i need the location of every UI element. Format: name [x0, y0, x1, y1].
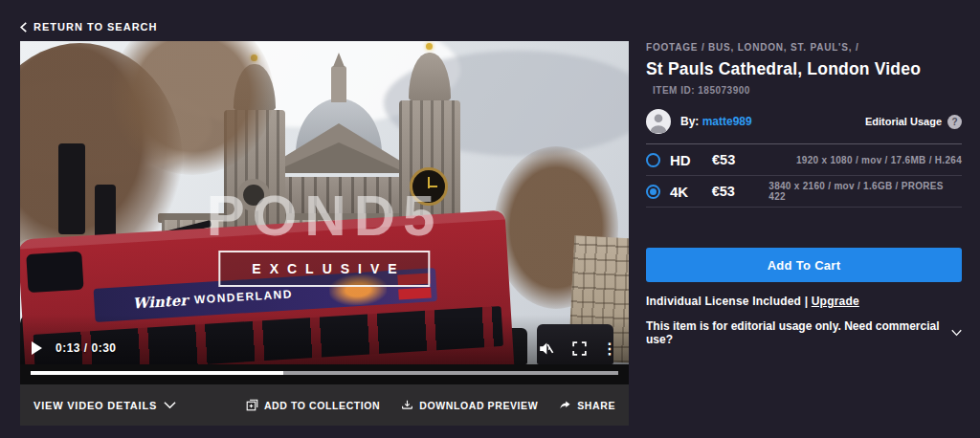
chevron-left-icon [19, 22, 28, 33]
author-link[interactable]: matte989 [702, 115, 752, 128]
help-icon[interactable]: ? [947, 115, 962, 129]
progress-played [31, 371, 283, 375]
download-preview-button[interactable]: DOWNLOAD PREVIEW [401, 399, 538, 411]
download-preview-label: DOWNLOAD PREVIEW [419, 400, 538, 411]
action-bar-right: ADD TO COLLECTION DOWNLOAD PREVIEW SHARE [246, 399, 615, 411]
return-to-search-link[interactable]: RETURN TO SEARCH [19, 21, 157, 33]
fullscreen-icon[interactable] [570, 339, 589, 358]
editorial-usage-badge: Editorial Usage ? [865, 115, 962, 129]
page-title: St Pauls Cathedral, London Video [646, 59, 962, 79]
time-display: 0:13 / 0:30 [56, 341, 117, 355]
format-radio-hd[interactable] [646, 153, 660, 167]
download-icon [401, 399, 413, 411]
editorial-note-row: This item is for editorial usage only. N… [646, 319, 962, 346]
by-line: By: matte989 [680, 115, 752, 128]
chevron-down-icon[interactable] [951, 329, 962, 337]
add-to-collection-button[interactable]: ADD TO COLLECTION [246, 399, 380, 411]
format-price: €53 [712, 152, 769, 167]
return-to-search-label: RETURN TO SEARCH [33, 21, 157, 33]
exclusive-badge: EXCLUSIVE [218, 251, 430, 287]
pond5-watermark: POND5 [20, 183, 629, 249]
share-button[interactable]: SHARE [559, 399, 615, 411]
license-line: Individual License Included | Upgrade [646, 295, 962, 308]
chevron-down-icon [164, 399, 176, 411]
bus-ad-text: Winter [132, 292, 189, 312]
gold-finial [426, 43, 433, 50]
player-controls: 0:13 / 0:30 ⋮ [20, 338, 629, 359]
author-row: By: matte989 Editorial Usage ? [646, 107, 962, 136]
breadcrumb[interactable]: FOOTAGE / BUS, LONDON, ST. PAUL'S, / [646, 42, 962, 53]
license-text: Individual License Included | [646, 295, 808, 308]
page: RETURN TO SEARCH [0, 0, 980, 438]
by-label: By: [680, 115, 699, 128]
format-row-4k[interactable]: 4K €53 3840 x 2160 / mov / 1.6GB / PRORE… [646, 176, 962, 208]
video-action-bar: VIEW VIDEO DETAILS ADD TO COLLECTION DO [20, 384, 629, 426]
add-to-collection-icon [246, 399, 258, 411]
upgrade-link[interactable]: Upgrade [812, 295, 859, 308]
item-id: ITEM ID: 185073900 [653, 85, 962, 96]
editorial-note: This item is for editorial usage only. N… [646, 319, 944, 346]
view-video-details-button[interactable]: VIEW VIDEO DETAILS [33, 399, 176, 411]
format-row-hd[interactable]: HD €53 1920 x 1080 / mov / 17.6MB / H.26… [646, 144, 962, 176]
cathedral-lantern [331, 66, 346, 102]
editorial-usage-label: Editorial Usage [865, 116, 942, 127]
cathedral-pediment-relief [271, 142, 407, 173]
mute-icon[interactable] [537, 339, 555, 358]
play-button[interactable] [32, 341, 42, 355]
player-bottom-bar [20, 364, 629, 384]
add-to-cart-button[interactable]: Add To Cart [646, 248, 962, 282]
share-label: SHARE [577, 400, 615, 411]
format-label: HD [670, 152, 712, 168]
details-panel: FOOTAGE / BUS, LONDON, ST. PAUL'S, / St … [646, 42, 962, 346]
format-specs: 1920 x 1080 / mov / 17.6MB / H.264 [796, 155, 962, 165]
format-price: €53 [712, 184, 769, 199]
kebab-menu-icon[interactable]: ⋮ [602, 339, 617, 358]
progress-bar[interactable] [31, 371, 618, 375]
bus-ad-tag [398, 287, 432, 299]
bus-front-window [26, 252, 83, 293]
view-video-details-label: VIEW VIDEO DETAILS [33, 400, 157, 411]
add-to-collection-label: ADD TO COLLECTION [264, 400, 380, 411]
bus-ad-text: WONDERLAND [194, 287, 294, 306]
tower-dome [409, 53, 451, 102]
share-icon [559, 399, 571, 411]
avatar[interactable] [646, 109, 671, 134]
video-player[interactable]: Winter WONDERLAND POND5 EXCLUSIVE 0:13 /… [20, 41, 629, 384]
format-specs: 3840 x 2160 / mov / 1.6GB / PRORES 422 [768, 181, 962, 202]
format-label: 4K [670, 184, 712, 200]
format-radio-4k[interactable] [646, 185, 660, 199]
